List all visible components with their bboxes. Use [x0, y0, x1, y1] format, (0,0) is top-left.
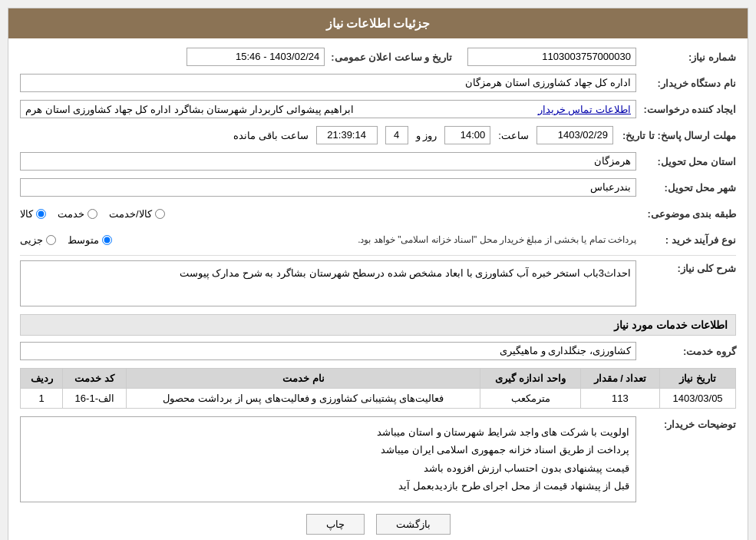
- cell-tarikh: 1403/03/05: [660, 389, 736, 409]
- baqi-label: ساعت باقی مانده: [229, 130, 312, 141]
- toosihat-row: توضیحات خریدار: اولویت با شرکت های واجد …: [20, 416, 736, 502]
- radio-mutavasit: متوسط: [68, 234, 112, 246]
- shahr-label: شهر محل تحویل:: [636, 182, 736, 194]
- shomara-value: 1103003757000030: [467, 48, 636, 66]
- sharh-row: شرح کلی نیاز: احداث3باب استخر خبره آب کش…: [20, 260, 736, 306]
- mohlat-baqi: 21:39:14: [316, 126, 378, 144]
- tabaghebandi-label: طبقه بندی موضوعی:: [636, 208, 736, 220]
- ejad-value: اطلاعات تماس خریدار ابراهیم پیشوائی کارب…: [20, 100, 636, 118]
- radio-jozei: جزیی: [20, 234, 56, 246]
- radio-khadmat-input[interactable]: [87, 209, 97, 219]
- radio-kala: کالا: [20, 208, 46, 220]
- shomara-row: شماره نیاز: 1103003757000030 تاریخ و ساع…: [20, 46, 736, 68]
- grooh-row: گروه خدمت: کشاورزی، جنگلداری و ماهیگیری: [20, 340, 736, 362]
- button-row: بازگشت چاپ: [20, 514, 736, 535]
- cell-unit: مترمکعب: [480, 389, 580, 409]
- radio-kala-input[interactable]: [36, 209, 46, 219]
- grooh-label: گروه خدمت:: [636, 346, 736, 357]
- page-title: جزئیات اطلاعات نیاز: [326, 17, 431, 30]
- btn-chap[interactable]: چاپ: [306, 514, 365, 535]
- mohlat-saat: 14:00: [444, 126, 490, 144]
- ostan-label: استان محل تحویل:: [636, 156, 736, 167]
- cell-radif: 1: [21, 389, 63, 409]
- dastgah-value: اداره کل جهاد کشاورزی استان هرمزگان: [20, 74, 636, 92]
- tarikh-elan-value: 1403/02/24 - 15:46: [187, 48, 325, 66]
- toosihat-content: اولویت با شرکت های واجد شرایط شهرستان و …: [20, 416, 636, 502]
- radio-mutavasit-label: متوسط: [68, 234, 99, 246]
- radio-mutavasit-input[interactable]: [102, 235, 112, 245]
- table-header-row: تاریخ نیاز تعداد / مقدار واحد اندازه گیر…: [21, 369, 736, 389]
- services-section-header: اطلاعات خدمات مورد نیاز: [20, 314, 736, 336]
- grooh-value: کشاورزی، جنگلداری و ماهیگیری: [20, 342, 636, 360]
- radio-kala-khadmat-label: کالا/خدمت: [109, 208, 152, 220]
- dastgah-row: نام دستگاه خریدار: اداره کل جهاد کشاورزی…: [20, 72, 736, 94]
- ejad-link[interactable]: اطلاعات تماس خریدار: [538, 104, 631, 115]
- radio-kala-khadmat: کالا/خدمت: [109, 208, 165, 220]
- ejad-text: ابراهیم پیشوائی کاربردار شهرستان بشاگرد …: [25, 104, 354, 115]
- mohlat-rooz: 4: [385, 126, 408, 144]
- tabaghebandi-radios: کالا/خدمت خدمت کالا: [20, 208, 636, 220]
- tabaghebandi-row: طبقه بندی موضوعی: کالا/خدمت خدمت کالا: [20, 203, 736, 224]
- cell-code: الف-1-16: [63, 389, 127, 409]
- services-table: تاریخ نیاز تعداد / مقدار واحد اندازه گیر…: [20, 368, 736, 409]
- farayand-note: پرداخت تمام یا بخشی از مبلغ خریدار محل "…: [124, 234, 636, 245]
- btn-bazgasht[interactable]: بازگشت: [376, 514, 451, 535]
- col-code: کد خدمت: [63, 369, 127, 389]
- sharh-content: احداث3باب استخر خبره آب کشاورزی با ابعاد…: [20, 260, 636, 306]
- toosihat-value: اولویت با شرکت های واجد شرایط شهرستان و …: [20, 416, 636, 502]
- toosihat-label: توضیحات خریدار:: [636, 416, 736, 430]
- farayand-content: پرداخت تمام یا بخشی از مبلغ خریدار محل "…: [20, 234, 636, 246]
- radio-kala-khadmat-input[interactable]: [155, 209, 165, 219]
- radio-jozei-input[interactable]: [46, 235, 56, 245]
- shahr-value: بندرعباس: [20, 178, 636, 197]
- col-count: تعداد / مقدار: [580, 369, 659, 389]
- mohlat-label: مهلت ارسال پاسخ: تا تاریخ:: [616, 130, 736, 141]
- radio-kala-label: کالا: [20, 208, 33, 220]
- page-container: جزئیات اطلاعات نیاز شماره نیاز: 11030037…: [8, 8, 748, 540]
- content-area: شماره نیاز: 1103003757000030 تاریخ و ساع…: [8, 38, 748, 540]
- shomara-label: شماره نیاز:: [636, 51, 736, 63]
- col-name: نام خدمت: [127, 369, 480, 389]
- ejad-row: ایجاد کننده درخواست: اطلاعات تماس خریدار…: [20, 98, 736, 120]
- cell-count: 113: [580, 389, 659, 409]
- radio-jozei-label: جزیی: [20, 234, 43, 246]
- dastgah-label: نام دستگاه خریدار:: [636, 78, 736, 89]
- farayand-row: نوع فرآیند خرید : پرداخت تمام یا بخشی از…: [20, 229, 736, 250]
- ejad-label: ایجاد کننده درخواست:: [636, 104, 736, 115]
- radio-khadmat-label: خدمت: [58, 208, 84, 220]
- tarikh-elan-label: تاریخ و ساعت اعلان عمومی:: [325, 51, 452, 63]
- sharh-value: احداث3باب استخر خبره آب کشاورزی با ابعاد…: [20, 260, 636, 306]
- ostan-value: هرمزگان: [20, 152, 636, 171]
- mohlat-row: مهلت ارسال پاسخ: تا تاریخ: 1403/02/29 سا…: [20, 124, 736, 146]
- saat-label: ساعت:: [494, 130, 533, 141]
- ostan-row: استان محل تحویل: هرمزگان: [20, 151, 736, 172]
- rooz-label: روز و: [411, 130, 442, 141]
- col-tarikh: تاریخ نیاز: [660, 369, 736, 389]
- divider-1: [20, 255, 736, 256]
- table-row: 1403/03/05 113 مترمکعب فعالیت‌های پشتیبا…: [21, 389, 736, 409]
- page-header: جزئیات اطلاعات نیاز: [8, 8, 748, 38]
- col-radif: ردیف: [21, 369, 63, 389]
- farayand-label: نوع فرآیند خرید :: [636, 234, 736, 246]
- cell-name: فعالیت‌های پشتیبانی کشاورزی و فعالیت‌های…: [127, 389, 480, 409]
- mohlat-date: 1403/02/29: [536, 126, 613, 144]
- shahr-row: شهر محل تحویل: بندرعباس: [20, 177, 736, 198]
- col-unit: واحد اندازه گیری: [480, 369, 580, 389]
- radio-khadmat: خدمت: [58, 208, 97, 220]
- sharh-label: شرح کلی نیاز:: [636, 260, 736, 274]
